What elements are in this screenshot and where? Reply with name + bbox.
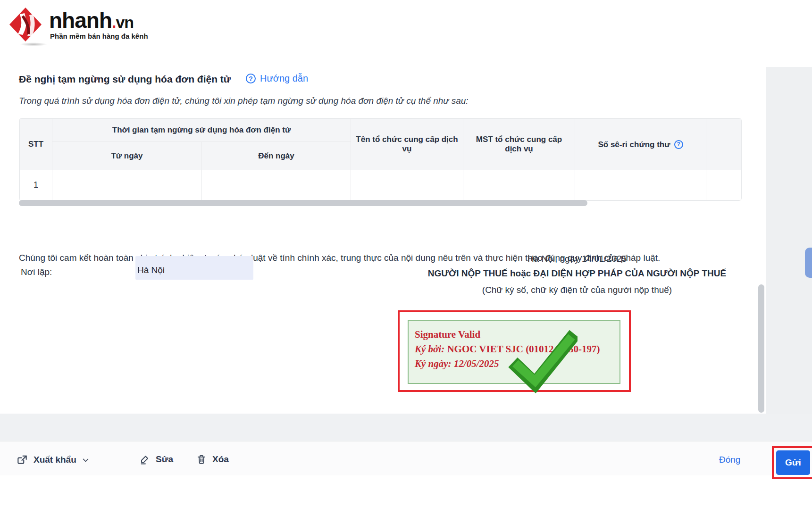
signer-title: NGƯỜI NỘP THUẾ hoặc ĐẠI DIỆN HỢP PHÁP CỦ… [410, 268, 745, 279]
close-button[interactable]: Đóng [717, 451, 742, 469]
delete-button[interactable]: Xóa [196, 454, 229, 465]
cell-provider-name[interactable] [351, 170, 463, 200]
intro-text: Trong quá trình sử dụng hóa đơn điện tử,… [19, 96, 469, 106]
checkmark-icon [507, 329, 578, 395]
suspension-table: STT Thời gian tạm ngừng sử dụng hóa đơn … [19, 118, 742, 201]
help-icon: ? [246, 74, 256, 83]
cell-from[interactable] [52, 170, 202, 200]
col-header-provider-name: Tên tổ chức cung cấp dịch vụ [351, 119, 463, 170]
signature-stamp: Signature Valid Ký bởi: NGOC VIET SJC (0… [398, 310, 631, 392]
vertical-scrollbar[interactable] [758, 284, 764, 413]
signing-column: Hà Nội, ngày 14/01/2025 NGƯỜI NỘP THUẾ h… [410, 254, 745, 295]
cell-stt: 1 [20, 170, 52, 200]
col-header-serial-label: Số sê-ri chứng thư [598, 140, 670, 149]
cell-serial[interactable] [575, 170, 706, 200]
edge-cutoff-button[interactable] [805, 248, 812, 278]
footer-toolbar [0, 441, 812, 475]
cell-to[interactable] [202, 170, 351, 200]
col-header-provider-mst: MST tổ chức cung cấp dịch vụ [463, 119, 575, 170]
col-header-stt: STT [20, 119, 52, 170]
signer-subtitle: (Chữ ký số, chữ ký điện tử của người nộp… [410, 285, 745, 295]
horizontal-scrollbar[interactable] [19, 200, 587, 206]
col-header-extra [706, 119, 742, 170]
submit-button[interactable]: Gửi [776, 450, 810, 475]
export-button[interactable]: Xuất khẩu [16, 454, 90, 466]
brand-logo-shadow [20, 42, 47, 46]
modal-backdrop-bottom [0, 414, 812, 441]
brand-logo: nhanh.vn Phần mềm bán hàng đa kênh [8, 5, 149, 44]
signing-date-line: Hà Nội, ngày 14/01/2025 [410, 254, 745, 264]
trash-icon [196, 454, 207, 465]
brand-name: nhanh.vn [49, 8, 134, 33]
cell-provider-mst[interactable] [463, 170, 575, 200]
place-input[interactable] [135, 256, 253, 280]
cell-extra [706, 170, 742, 200]
place-label: Nơi lập: [21, 267, 52, 277]
serial-help-icon[interactable]: ? [674, 140, 683, 149]
brand-logo-icon [8, 7, 42, 42]
col-header-serial: Số sê-ri chứng thư? [575, 119, 706, 170]
brand-tagline: Phần mềm bán hàng đa kênh [50, 32, 148, 40]
page-title: Đề nghị tạm ngừng sử dụng hóa đơn điện t… [19, 74, 231, 85]
export-label: Xuất khẩu [33, 455, 76, 465]
edit-button[interactable]: Sửa [139, 454, 173, 465]
chevron-down-icon [82, 456, 90, 464]
pencil-icon [139, 454, 151, 465]
export-icon [16, 454, 28, 466]
signature-stamp-body: Signature Valid Ký bởi: NGOC VIET SJC (0… [408, 320, 620, 384]
col-header-from: Từ ngày [52, 142, 202, 170]
delete-label: Xóa [212, 454, 229, 465]
help-link[interactable]: ? Hướng dẫn [246, 73, 308, 84]
col-header-time-group: Thời gian tạm ngừng sử dụng hóa đơn điện… [52, 119, 351, 142]
help-link-label: Hướng dẫn [260, 73, 308, 84]
table-row: 1 [20, 170, 742, 200]
edit-label: Sửa [156, 454, 173, 465]
col-header-to: Đến ngày [202, 142, 351, 170]
